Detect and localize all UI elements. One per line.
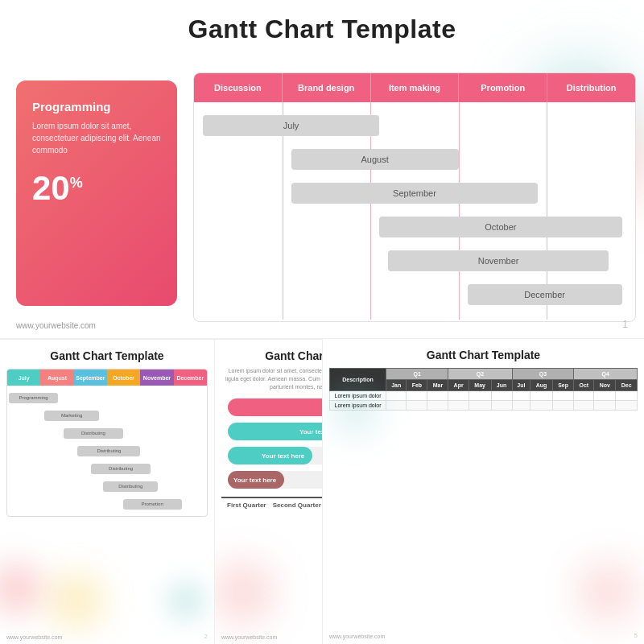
slide1-page: 1 xyxy=(622,319,628,330)
s3-bar-inner-3: Your text here xyxy=(228,447,312,464)
s5-td-2-apr xyxy=(448,401,469,411)
s5-td-2-may xyxy=(469,401,491,411)
s5-td-2-mar xyxy=(427,401,448,411)
s5-th-q4: Q4 xyxy=(574,369,638,380)
s5-td-1-mar xyxy=(427,391,448,401)
s5-td-1-jul xyxy=(512,391,530,401)
slide-2: Gantt Chart Template July August Septemb… xyxy=(0,339,215,644)
slide5-footer: www.yourwebsite.com xyxy=(329,634,385,639)
s2-blob-yellow xyxy=(48,572,105,629)
gantt-row-july: July xyxy=(194,109,635,142)
s2-blob-teal xyxy=(166,580,206,621)
s5-th-q2: Q2 xyxy=(448,369,512,380)
s5-td-1-oct xyxy=(574,391,594,401)
s5-th-dec: Dec xyxy=(616,380,638,391)
gantt-header-row: Discussion Brand design Item making Prom… xyxy=(194,73,635,102)
gantt-bar-november: November xyxy=(388,250,609,271)
gantt-row-december: December xyxy=(194,278,635,312)
slide1-gantt-chart: Discussion Brand design Item making Prom… xyxy=(193,72,636,322)
s2-row-distributing2: Distributing xyxy=(9,442,205,460)
gantt-header-discussion: Discussion xyxy=(194,73,283,102)
slide1-footer: www.yourwebsite.com xyxy=(16,321,96,330)
s5-th-aug: Aug xyxy=(530,380,553,391)
s5-td-2-jan xyxy=(386,401,407,411)
slide-5: Gantt Chart Template Description Q1 Q2 Q… xyxy=(322,338,644,644)
slide-1: Gantt Chart Template Programming Lorem i… xyxy=(0,0,644,338)
s5-td-2-nov xyxy=(594,401,616,411)
s2-header-september: September xyxy=(74,369,107,386)
slide2-gantt: July August September October November D… xyxy=(6,369,208,517)
s2-row-distributing1: Distributing xyxy=(9,424,205,442)
gantt-bar-december: December xyxy=(468,284,622,305)
s2-bar-marketing: Marketing xyxy=(44,411,99,421)
s5-th-q3: Q3 xyxy=(512,369,574,380)
s3-quarter-1: First Quarter xyxy=(221,497,272,512)
s3-blob-pink xyxy=(215,564,271,621)
s2-bar-distributing3: Distributing xyxy=(91,464,150,474)
s5-td-1-apr xyxy=(448,391,469,401)
gantt-row-august: August xyxy=(194,142,635,176)
s2-header-december: December xyxy=(174,369,207,386)
s2-row-distributing4: Distributing xyxy=(9,477,205,495)
s5-td-2-oct xyxy=(574,401,594,411)
slide2-title: Gantt Chart Template xyxy=(6,349,208,362)
s2-bar-programming: Programming xyxy=(9,393,58,403)
s5-th-feb: Feb xyxy=(407,380,427,391)
gantt-header-item: Item making xyxy=(371,73,460,102)
slide1-left-panel: Programming Lorem ipsum dolor sit amet, … xyxy=(16,80,177,306)
s5-td-2-feb xyxy=(407,401,427,411)
s2-bar-distributing2: Distributing xyxy=(77,446,140,456)
gantt-bar-september: September xyxy=(291,183,539,204)
gantt-bar-october: October xyxy=(379,217,621,237)
s2-row-promotion: Promotion xyxy=(9,495,205,513)
s5-td-1-sep xyxy=(552,391,574,401)
s2-row-programming: Programming xyxy=(9,389,205,407)
s2-body: Programming Marketing Distributing Distr… xyxy=(7,386,207,516)
s3-bar-inner-4: Your text here xyxy=(228,471,284,489)
s5-td-1-feb xyxy=(407,391,427,401)
s5-td-1-jun xyxy=(491,391,512,401)
s5-th-q1: Q1 xyxy=(386,369,448,380)
s5-th-jan: Jan xyxy=(386,380,407,391)
s5-td-1-dec xyxy=(616,391,638,401)
slide1-programming-desc: Lorem ipsum dolor sit amet, consectetuer… xyxy=(32,120,161,156)
s5-td-2-dec xyxy=(616,401,638,411)
s2-header-november: November xyxy=(140,369,173,386)
s5-th-jun: Jun xyxy=(491,380,512,391)
s5-td-1-jan xyxy=(386,391,407,401)
s2-header-july: July xyxy=(7,369,40,386)
s5-td-2-jun xyxy=(491,401,512,411)
s5-td-1-aug xyxy=(530,391,553,401)
s2-row-distributing3: Distributing xyxy=(9,460,205,477)
slide5-title: Gantt Chart Template xyxy=(329,349,638,361)
s2-blob-pink xyxy=(0,564,40,613)
slide1-title: Gantt Chart Template xyxy=(0,0,644,44)
gantt-header-promotion: Promotion xyxy=(459,73,547,102)
slide3-footer: www.yourwebsite.com xyxy=(221,634,277,640)
slide2-page: 2 xyxy=(204,633,208,640)
gantt-row-september: September xyxy=(194,176,635,210)
s5-td-2-aug xyxy=(530,401,553,411)
gantt-row-november: November xyxy=(194,244,635,278)
gantt-bar-july: July xyxy=(203,115,379,136)
gantt-header-brand: Brand design xyxy=(283,73,371,102)
s5-td-1-may xyxy=(469,391,491,401)
s5-blob-pink xyxy=(580,564,636,620)
s5-th-apr: Apr xyxy=(448,380,469,391)
gantt-row-october: October xyxy=(194,210,635,244)
s2-bar-distributing4: Distributing xyxy=(103,481,158,492)
s5-th-sep: Sep xyxy=(552,380,574,391)
slide2-footer: www.yourwebsite.com xyxy=(6,634,62,640)
s2-header-august: August xyxy=(40,369,73,386)
s5-th-mar: Mar xyxy=(427,380,448,391)
s3-quarter-2: Second Quarter xyxy=(272,497,323,512)
s5-th-oct: Oct xyxy=(574,380,594,391)
s2-header: July August September October November D… xyxy=(7,369,207,386)
s5-th-jul: Jul xyxy=(512,380,530,391)
slide1-programming-heading: Programming xyxy=(32,100,161,114)
slide5-page: 5 xyxy=(634,632,638,639)
s5-td-2-sep xyxy=(552,401,574,411)
gantt-body: July August September October November D… xyxy=(194,102,635,320)
s5-th-nov: Nov xyxy=(594,380,616,391)
s2-bar-promotion: Promotion xyxy=(123,499,182,510)
